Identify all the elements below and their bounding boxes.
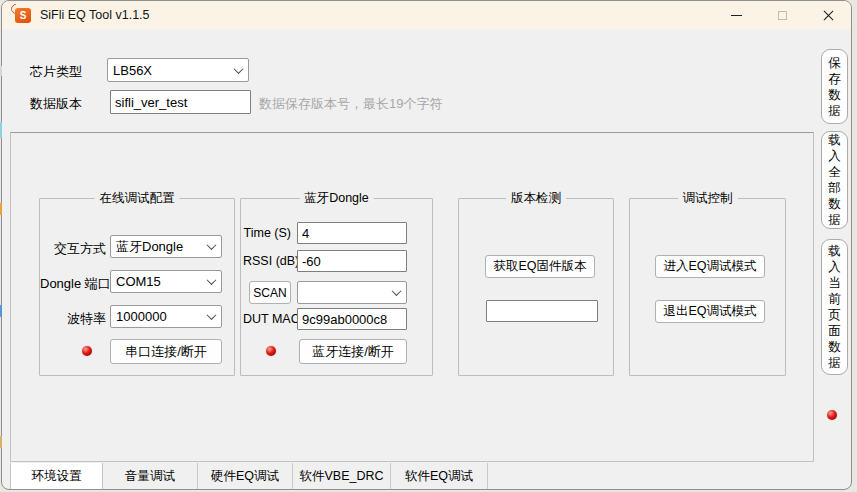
dut-mac-label: DUT MAC: [243, 312, 291, 326]
group-title: 调试控制: [678, 190, 738, 207]
bottom-tab-bar: 环境设置 音量调试 硬件EQ调试 软件VBE_DRC 软件EQ调试: [2, 463, 852, 490]
tab-environment-settings[interactable]: 环境设置: [10, 463, 103, 490]
baud-rate-label: 波特率: [40, 310, 106, 328]
data-version-hint: 数据保存版本号，最长19个字符: [259, 95, 442, 113]
group-version-check: 版本检测 获取EQ固件版本: [458, 198, 614, 376]
tab-software-vbe-drc[interactable]: 软件VBE_DRC: [293, 463, 391, 490]
dongle-port-label: Dongle 端口: [40, 275, 106, 293]
screen-edge-artifact: [0, 436, 2, 448]
rssi-input[interactable]: [297, 250, 407, 272]
bt-status-led: [266, 346, 276, 356]
tab-volume-debug[interactable]: 音量调试: [103, 463, 198, 490]
interaction-mode-label: 交互方式: [40, 240, 106, 258]
screen-edge-artifact: [0, 66, 2, 76]
maximize-icon: [778, 11, 787, 20]
chevron-down-icon: [392, 286, 402, 296]
group-title: 版本检测: [506, 190, 566, 207]
exit-eq-debug-button[interactable]: 退出EQ调试模式: [655, 300, 765, 323]
load-current-page-data-label: 载入当前页面数据: [828, 243, 842, 371]
close-button[interactable]: [805, 1, 851, 29]
window-title: SiFli EQ Tool v1.1.5: [40, 8, 150, 22]
data-version-input[interactable]: [110, 90, 251, 114]
chevron-down-icon: [207, 240, 217, 250]
bt-connect-button[interactable]: 蓝牙连接/断开: [299, 339, 407, 364]
rssi-label: RSSI (dB): [243, 254, 291, 268]
title-bar: S SiFli EQ Tool v1.1.5: [2, 1, 851, 29]
chevron-down-icon: [234, 64, 244, 74]
load-current-page-data-button[interactable]: 载入当前页面数据: [821, 239, 848, 375]
screen-edge-artifact: [0, 122, 2, 138]
time-label: Time (S): [243, 226, 291, 240]
firmware-version-output[interactable]: [486, 300, 598, 322]
minimize-button[interactable]: [713, 1, 759, 29]
scan-button[interactable]: SCAN: [249, 281, 291, 304]
group-bt-dongle: 蓝牙Dongle Time (S) RSSI (dB) SCAN DUT MAC…: [240, 198, 433, 376]
data-version-label: 数据版本: [30, 95, 82, 113]
close-icon: [822, 9, 835, 22]
screen-edge-artifact: [0, 203, 2, 215]
get-firmware-version-button[interactable]: 获取EQ固件版本: [485, 255, 595, 278]
chip-type-value: LB56X: [113, 63, 235, 78]
chevron-down-icon: [207, 275, 217, 285]
group-online-debug-config: 在线调试配置 交互方式 蓝牙Dongle Dongle 端口 COM15 波特率…: [39, 198, 235, 376]
save-data-button[interactable]: 保存数据: [821, 49, 848, 124]
load-all-data-label: 载入全部数据: [828, 132, 842, 228]
chip-type-label: 芯片类型: [30, 63, 82, 81]
tab-software-eq-debug[interactable]: 软件EQ调试: [391, 463, 488, 490]
save-data-label: 保存数据: [828, 55, 842, 119]
app-window: S SiFli EQ Tool v1.1.5 芯片类型 LB56X 数据版本 数…: [1, 0, 852, 490]
chip-type-select[interactable]: LB56X: [107, 58, 249, 82]
load-all-data-button[interactable]: 载入全部数据: [821, 131, 848, 229]
app-logo-icon: S: [15, 8, 31, 23]
global-status-led: [827, 410, 837, 420]
baud-rate-select[interactable]: 1000000: [110, 305, 222, 328]
enter-eq-debug-button[interactable]: 进入EQ调试模式: [655, 255, 765, 278]
minimize-icon: [731, 15, 742, 16]
window-controls: [713, 1, 851, 29]
screen-edge-artifact: [0, 305, 2, 317]
group-title: 蓝牙Dongle: [299, 190, 374, 207]
group-title: 在线调试配置: [95, 190, 180, 207]
interaction-mode-value: 蓝牙Dongle: [116, 238, 208, 256]
scan-result-select[interactable]: [297, 281, 407, 304]
maximize-button[interactable]: [759, 1, 805, 29]
serial-connect-button[interactable]: 串口连接/断开: [110, 339, 222, 364]
tab-hardware-eq-debug[interactable]: 硬件EQ调试: [198, 463, 293, 490]
dongle-port-value: COM15: [116, 274, 208, 289]
dut-mac-input[interactable]: [297, 308, 407, 330]
chevron-down-icon: [207, 310, 217, 320]
serial-status-led: [82, 346, 92, 356]
dongle-port-select[interactable]: COM15: [110, 270, 222, 293]
baud-rate-value: 1000000: [116, 309, 208, 324]
group-debug-control: 调试控制 进入EQ调试模式 退出EQ调试模式: [629, 198, 786, 376]
time-input[interactable]: [297, 222, 407, 244]
interaction-mode-select[interactable]: 蓝牙Dongle: [110, 235, 222, 258]
